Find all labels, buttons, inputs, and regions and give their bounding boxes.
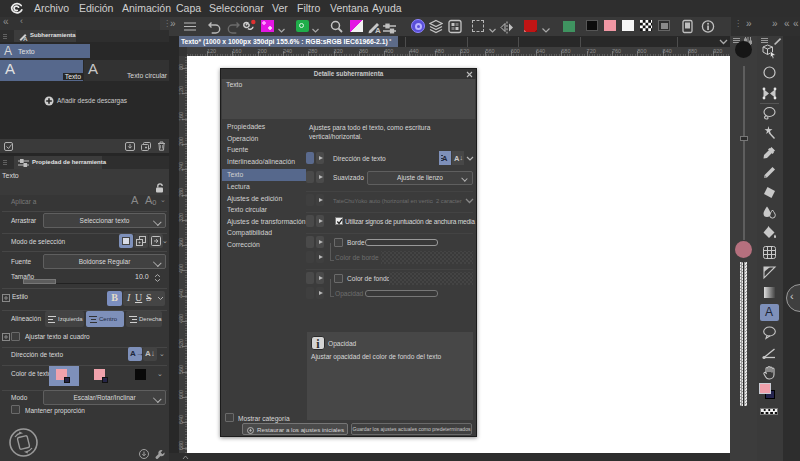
svg-text:A: A: [23, 35, 28, 41]
svg-text:A: A: [375, 26, 381, 34]
